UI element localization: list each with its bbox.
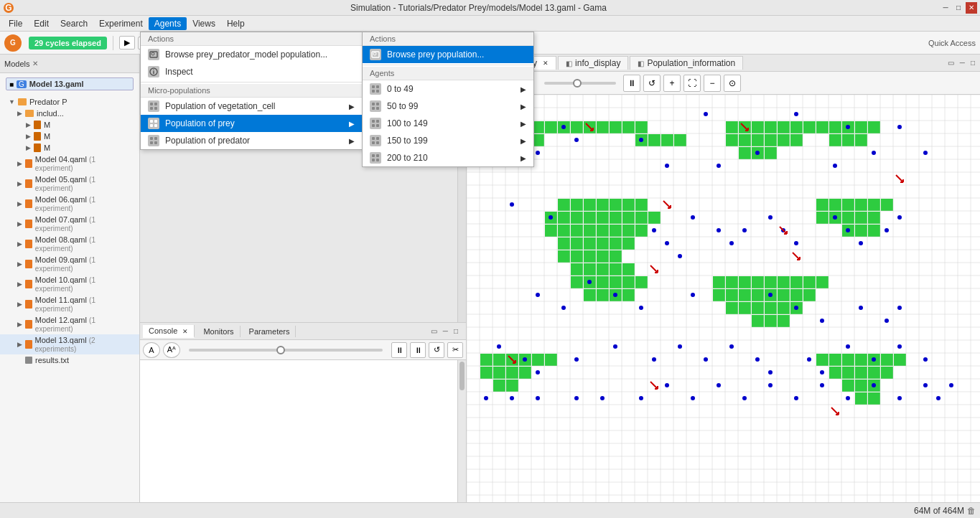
list-item[interactable]: ▶ Model 07.qaml (1 experiment)	[0, 214, 139, 234]
console-expand-icon[interactable]: □	[452, 326, 460, 336]
console-slider-thumb[interactable]	[276, 346, 285, 354]
menu-experiment[interactable]: Experiment	[93, 17, 149, 30]
menu-browse-prey-predator[interactable]: Browse prey_predator_model population...	[141, 46, 362, 63]
trash-icon[interactable]: 🗑	[967, 506, 976, 516]
info-display-icon: ◧	[566, 60, 572, 67]
console-panel: Console ✕ Monitors Parameters ▭ ─ □ A Aᴬ…	[140, 323, 466, 502]
console-collapse-icon[interactable]: ─	[441, 326, 450, 336]
console-minimize-icon[interactable]: ▭	[429, 326, 439, 336]
agent-range-0-49[interactable]: 0 to 49 ▶	[363, 80, 533, 98]
list-item[interactable]: ▶ Model 05.qaml (1 experiment)	[0, 174, 139, 194]
list-item[interactable]: ▶ Model 10.qaml (1 experiment)	[0, 274, 139, 294]
prey-agents-title: Agents	[363, 67, 533, 80]
svg-rect-28	[376, 107, 379, 110]
svg-rect-31	[372, 124, 375, 127]
menu-population-vegetation[interactable]: Population of vegetation_cell ▶	[141, 98, 362, 115]
console-scrollbar[interactable]	[457, 360, 466, 502]
agent-range-200-210[interactable]: 200 to 210 ▶	[363, 149, 533, 166]
list-item[interactable]: ▶ Model 08.qaml (1 experiment)	[0, 234, 139, 254]
browse-prey-population-item[interactable]: Browse prey population...	[363, 46, 533, 63]
menu-population-predator[interactable]: Population of predator ▶	[141, 132, 362, 149]
menu-inspect[interactable]: Inspect	[141, 63, 362, 80]
tab-monitors[interactable]: Monitors	[197, 326, 240, 337]
display-pause-button[interactable]: ⏸	[623, 75, 640, 92]
maximize-button[interactable]: □	[953, 2, 964, 14]
toolbar-run-button[interactable]: ▶	[119, 36, 135, 50]
console-clear-button[interactable]: ✂	[447, 342, 463, 358]
list-item[interactable]: ▶ Model 12.qaml (1 experiment)	[0, 314, 139, 334]
menu-search[interactable]: Search	[55, 17, 93, 30]
range-150-199-arrow: ▶	[521, 137, 526, 145]
console-content-area	[140, 360, 457, 502]
console-refresh-button[interactable]: ↺	[429, 342, 444, 358]
list-item[interactable]: ▶ results.txt	[0, 354, 139, 366]
console-scroll-thumb[interactable]	[459, 362, 465, 390]
browse-icon	[148, 49, 159, 60]
console-slider[interactable]	[189, 349, 383, 352]
tree-item-m2[interactable]: ▶ M	[0, 131, 139, 142]
svg-rect-30	[376, 120, 379, 123]
main-display-close-icon[interactable]: ✕	[543, 60, 549, 67]
window-title: Simulation - Tutorials/Predator Prey/mod…	[17, 3, 940, 13]
console-btn-a[interactable]: A	[143, 342, 160, 358]
close-button[interactable]: ✕	[966, 2, 977, 14]
display-fullscreen-button[interactable]: ⛶	[683, 75, 701, 92]
svg-rect-24	[376, 90, 379, 93]
tree-item-m1[interactable]: ▶ M	[0, 119, 139, 131]
menu-file[interactable]: File	[3, 17, 28, 30]
list-item[interactable]: ▶ Model 13.qaml (2 experiments)	[0, 334, 139, 354]
display-zoom-in-button[interactable]: +	[663, 75, 681, 92]
svg-rect-26	[376, 103, 379, 105]
display-expand-icon[interactable]: □	[969, 58, 977, 67]
tab-population-info[interactable]: ◧ Population_information	[630, 56, 743, 70]
agent-range-50-99[interactable]: 50 to 99 ▶	[363, 98, 533, 115]
tab-parameters[interactable]: Parameters	[243, 326, 297, 337]
quick-access-button[interactable]: Quick Access	[928, 39, 976, 47]
display-zoom-out-button[interactable]: −	[704, 75, 721, 92]
console-pause-button[interactable]: ⏸	[391, 342, 407, 358]
display-collapse-icon[interactable]: ─	[958, 58, 967, 67]
browse-prey-icon	[370, 49, 381, 60]
tree-item-includes[interactable]: ▶ includ...	[0, 108, 139, 119]
agents-menu-actions-title: Actions	[141, 32, 362, 46]
agent-range-150-199[interactable]: 150 to 199 ▶	[363, 132, 533, 149]
model-header[interactable]: ■ G Model 13.gaml	[6, 77, 134, 90]
menu-views[interactable]: Views	[187, 17, 221, 30]
list-item[interactable]: ▶ Model 09.qaml (1 experiment)	[0, 254, 139, 274]
svg-point-20	[373, 52, 376, 55]
agents-context-menu: Actions Browse prey_predator_model popul…	[140, 32, 363, 150]
console-btn-aa[interactable]: Aᴬ	[163, 342, 180, 358]
console-toolbar: A Aᴬ ⏸ ⏸ ↺ ✂	[140, 340, 466, 360]
toolbar-separator	[113, 36, 113, 50]
left-panel: Models ✕ ■ G Model 13.gaml ▼ Predator P …	[0, 55, 140, 502]
tree-item-m3[interactable]: ▶ M	[0, 142, 139, 154]
models-tab-close[interactable]: ✕	[32, 60, 38, 67]
display-refresh-button[interactable]: ↺	[643, 75, 661, 92]
list-item[interactable]: ▶ Model 06.qaml (1 experiment)	[0, 194, 139, 214]
tab-console[interactable]: Console ✕	[143, 325, 195, 338]
display-snapshot-button[interactable]: ⊙	[724, 75, 741, 92]
agent-range-200-210-label: 200 to 210	[387, 153, 428, 163]
minimize-button[interactable]: ─	[940, 2, 951, 14]
menu-population-prey[interactable]: Population of prey ▶	[141, 115, 362, 132]
list-item[interactable]: ▶ Model 11.qaml (1 experiment)	[0, 294, 139, 314]
menu-help[interactable]: Help	[221, 17, 251, 30]
agent-range-50-99-label: 50 to 99	[387, 101, 418, 111]
svg-rect-14	[154, 124, 157, 127]
svg-rect-7	[150, 103, 153, 105]
list-item[interactable]: ▶ Model 04.qaml (1 experiment)	[0, 154, 139, 174]
console-stop-button[interactable]: ⏸	[410, 342, 426, 358]
display-minimize-icon[interactable]: ▭	[946, 58, 956, 67]
tab-info-display[interactable]: ◧ info_display	[558, 56, 628, 70]
agent-range-100-149[interactable]: 100 to 149 ▶	[363, 115, 533, 132]
display-zoom-thumb[interactable]	[573, 79, 582, 88]
menu-agents[interactable]: Agents	[149, 17, 187, 30]
app-icon: G	[3, 2, 14, 14]
population-predator-icon	[148, 135, 159, 146]
cycles-badge: 29 cycles elapsed	[29, 37, 107, 50]
console-close-icon[interactable]: ✕	[182, 328, 188, 335]
svg-rect-9	[150, 107, 153, 110]
tree-item-predator[interactable]: ▼ Predator P	[0, 96, 139, 108]
display-zoom-slider[interactable]	[544, 82, 616, 85]
menu-edit[interactable]: Edit	[28, 17, 55, 30]
